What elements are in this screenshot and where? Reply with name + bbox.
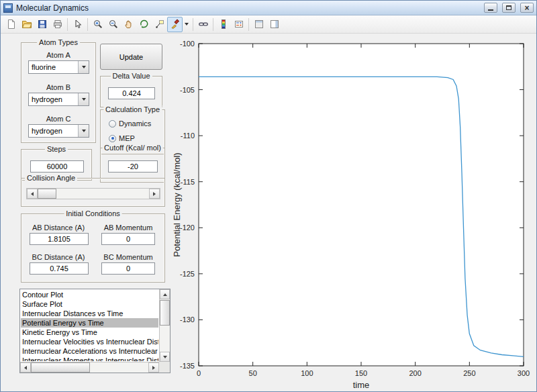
delta-value-panel: Delta Value xyxy=(100,76,162,107)
scroll-right-button[interactable] xyxy=(148,362,159,373)
atom-b-select[interactable]: hydrogen xyxy=(28,93,89,106)
collision-angle-slider[interactable] xyxy=(26,188,160,199)
plot-type-listbox[interactable]: Contour Plot Surface Plot Internuclear D… xyxy=(19,289,170,373)
save-floppy-icon xyxy=(37,19,48,30)
zoom-in-icon xyxy=(93,19,103,30)
slider-track[interactable] xyxy=(38,189,149,199)
maximize-button[interactable] xyxy=(502,3,516,13)
radio-dynamics[interactable]: Dynamics xyxy=(109,119,151,128)
horizontal-scroll-track[interactable] xyxy=(31,362,148,373)
atom-c-value: hydrogen xyxy=(29,125,78,137)
open-file-button[interactable] xyxy=(19,17,34,32)
list-item[interactable]: Internuclear Velocities vs Internuclear … xyxy=(21,337,158,346)
dropdown-arrow-icon[interactable] xyxy=(78,125,89,137)
insert-legend-button[interactable] xyxy=(231,17,246,32)
atom-a-label: Atom A xyxy=(21,51,95,59)
atom-a-select[interactable]: fluorine xyxy=(28,60,89,74)
dropdown-arrow-icon[interactable] xyxy=(78,61,89,73)
scroll-left-button[interactable] xyxy=(20,362,31,373)
svg-text:0: 0 xyxy=(197,369,201,377)
initial-conditions-title: Initial Conditions xyxy=(64,209,122,217)
scrollbar-corner xyxy=(159,362,170,373)
ab-distance-input[interactable] xyxy=(30,233,89,245)
list-item[interactable]: Contour Plot xyxy=(21,290,158,299)
svg-text:-130: -130 xyxy=(180,315,195,324)
pointer-arrow-icon xyxy=(72,19,83,30)
svg-text:-125: -125 xyxy=(180,270,195,278)
listbox-horizontal-scrollbar[interactable] xyxy=(20,362,159,373)
list-item[interactable]: Kinetic Energy vs Time xyxy=(21,328,158,337)
close-button[interactable]: × xyxy=(520,3,534,13)
update-button[interactable]: Update xyxy=(100,44,162,70)
radio-mep-label: MEP xyxy=(119,134,135,142)
minimize-button[interactable] xyxy=(484,3,497,13)
new-figure-button[interactable] xyxy=(3,17,19,32)
atom-a-value: fluorine xyxy=(29,61,78,73)
svg-text:-105: -105 xyxy=(180,86,195,94)
ab-momentum-input[interactable] xyxy=(101,233,155,245)
printer-icon xyxy=(52,19,63,30)
brush-button[interactable] xyxy=(167,17,183,32)
svg-text:250: 250 xyxy=(463,369,475,377)
rotate-arrow-icon xyxy=(139,19,150,30)
vertical-scroll-thumb[interactable] xyxy=(160,300,170,326)
list-item[interactable]: Potential Energy vs Time xyxy=(21,318,158,328)
list-item[interactable]: Internuclear Momenta vs Internuclear Dis… xyxy=(21,356,158,361)
bc-distance-input[interactable] xyxy=(30,262,89,275)
right-arrow-icon xyxy=(152,366,155,370)
link-plot-button[interactable] xyxy=(195,17,211,32)
atom-types-title: Atom Types xyxy=(37,38,80,46)
show-plot-tools-button[interactable] xyxy=(266,17,282,32)
zoom-out-button[interactable] xyxy=(105,17,121,32)
svg-text:time: time xyxy=(353,380,370,390)
svg-text:-100: -100 xyxy=(180,40,195,48)
dropdown-arrow-icon[interactable] xyxy=(78,93,89,105)
svg-text:-135: -135 xyxy=(180,362,195,370)
left-arrow-icon xyxy=(24,366,27,370)
slider-right-arrow[interactable] xyxy=(149,189,160,199)
cutoff-input[interactable] xyxy=(108,160,158,173)
svg-text:-115: -115 xyxy=(181,178,195,186)
hide-plot-tools-icon xyxy=(254,19,264,30)
plot-axes[interactable]: 050100150200250300-135-130-125-120-115-1… xyxy=(172,36,536,390)
radio-mep[interactable]: MEP xyxy=(109,134,135,142)
bc-momentum-input[interactable] xyxy=(101,262,155,275)
scroll-up-button[interactable] xyxy=(160,289,170,299)
hide-plot-tools-button[interactable] xyxy=(251,17,266,32)
list-item[interactable]: Internuclear Distances vs Time xyxy=(21,309,158,318)
listbox-vertical-scrollbar[interactable] xyxy=(159,289,170,362)
slider-left-arrow[interactable] xyxy=(27,189,38,199)
data-cursor-button[interactable] xyxy=(152,17,167,32)
svg-text:150: 150 xyxy=(355,369,367,377)
bc-momentum-label: BC Momentum xyxy=(95,253,161,261)
atom-c-select[interactable]: hydrogen xyxy=(28,124,89,138)
vertical-scroll-track[interactable] xyxy=(160,299,170,352)
down-arrow-icon xyxy=(163,356,167,358)
legend-icon xyxy=(234,19,244,30)
toolbar-separator xyxy=(87,18,88,31)
print-figure-button[interactable] xyxy=(50,17,65,32)
steps-input[interactable] xyxy=(30,160,84,173)
svg-text:-110: -110 xyxy=(181,132,195,140)
ab-distance-label: AB Distance (A) xyxy=(24,224,93,232)
list-item[interactable]: Internuclear Accelerations vs Internucle… xyxy=(21,346,158,356)
new-document-icon xyxy=(6,19,17,30)
save-figure-button[interactable] xyxy=(34,17,50,32)
insert-colorbar-button[interactable] xyxy=(215,17,231,32)
radio-icon xyxy=(109,135,116,142)
edit-plot-button[interactable] xyxy=(70,17,85,32)
brush-dropdown-button[interactable] xyxy=(183,17,191,32)
left-arrow-icon xyxy=(31,192,34,196)
rotate-3d-button[interactable] xyxy=(136,17,152,32)
horizontal-scroll-thumb[interactable] xyxy=(31,362,90,373)
delta-value-input[interactable] xyxy=(108,87,155,99)
pan-button[interactable] xyxy=(121,17,136,32)
data-cursor-icon xyxy=(154,19,165,30)
scroll-down-button[interactable] xyxy=(160,352,170,362)
zoom-in-button[interactable] xyxy=(90,17,105,32)
app-icon xyxy=(3,3,13,13)
slider-thumb[interactable] xyxy=(38,189,56,199)
close-icon: × xyxy=(524,5,529,11)
svg-text:50: 50 xyxy=(249,369,257,377)
list-item[interactable]: Surface Plot xyxy=(21,299,158,309)
